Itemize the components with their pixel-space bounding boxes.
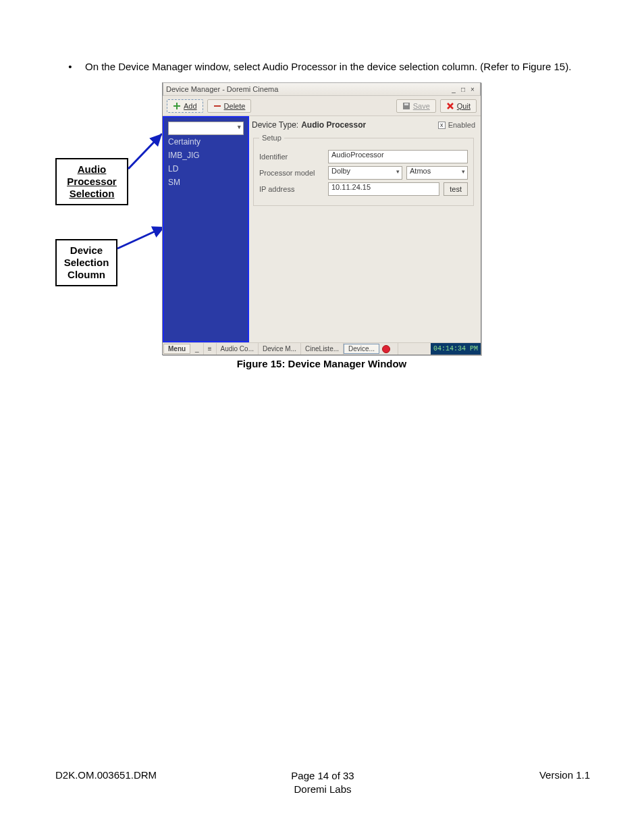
identifier-label: Identifier — [259, 153, 324, 161]
callout-audio-processor-selection: Audio Processor Selection — [55, 158, 128, 205]
svg-rect-4 — [404, 103, 408, 105]
model-select-2[interactable]: Atmos — [406, 166, 468, 180]
identifier-input[interactable]: AudioProcessor — [328, 150, 468, 163]
taskbar-item-cineliste[interactable]: CineListe... — [301, 343, 344, 355]
test-button[interactable]: test — [444, 182, 468, 196]
taskbar-separator: _ — [191, 343, 204, 355]
x-icon — [446, 102, 454, 110]
status-indicator-icon — [382, 345, 390, 353]
figure-caption: Figure 15: Device Manager Window — [162, 358, 481, 369]
delete-label: Delete — [224, 102, 246, 110]
taskbar-item-devicem[interactable]: Device M... — [259, 343, 301, 355]
sidebar-item-imb-jig[interactable]: IMB_JIG — [168, 149, 244, 162]
taskbar-item-audio[interactable]: Audio Co... — [217, 343, 259, 355]
taskbar-menu-button[interactable]: Menu — [163, 344, 190, 354]
page-body: • On the Device Manager window, select A… — [0, 0, 644, 366]
setup-legend: Setup — [259, 134, 284, 142]
svg-rect-2 — [214, 105, 221, 107]
callout-label: Device Selection Cloumn — [64, 244, 109, 280]
identifier-row: Identifier AudioProcessor — [259, 150, 468, 163]
sidebar-item-ld[interactable]: LD — [168, 162, 244, 176]
taskbar: Menu _ ≡ Audio Co... Device M... CineLis… — [163, 342, 481, 355]
device-manager-window: Device Manager - Doremi Cinema _ □ × Add… — [162, 82, 481, 355]
enabled-checkbox[interactable]: x — [438, 122, 446, 129]
main-pane: Device Type: Audio Processor x Enabled S… — [249, 116, 481, 342]
save-label: Save — [413, 102, 430, 110]
enabled-label: Enabled — [448, 121, 475, 129]
add-label: Add — [184, 102, 197, 110]
taskbar-spacer — [393, 343, 398, 355]
window-titlebar: Device Manager - Doremi Cinema _ □ × — [163, 82, 481, 96]
quit-button[interactable]: Quit — [440, 99, 477, 113]
plus-icon — [173, 102, 181, 110]
device-selection-column[interactable]: AudioProcessor Certainty IMB_JIG LD SM — [163, 116, 249, 342]
ip-row: IP address 10.11.24.15 test — [259, 182, 468, 196]
bullet-item: • On the Device Manager window, select A… — [55, 59, 590, 74]
device-type-row: Device Type: Audio Processor x Enabled — [252, 119, 475, 134]
setup-group: Setup Identifier AudioProcessor Processo… — [253, 134, 474, 206]
model-label: Processor model — [259, 169, 324, 177]
bullet-marker: • — [55, 59, 85, 74]
svg-line-0 — [128, 134, 162, 169]
footer-page: Page 14 of 33 — [291, 770, 354, 781]
minimize-button[interactable]: _ — [449, 84, 458, 94]
maximize-button[interactable]: □ — [458, 84, 468, 94]
taskbar-item-device[interactable]: Device... — [344, 344, 379, 354]
device-type-label: Device Type: — [252, 120, 298, 130]
callout-label: Audio Processor Selection — [67, 163, 116, 199]
bullet-text: On the Device Manager window, select Aud… — [85, 59, 590, 74]
footer-center: Page 14 of 33 Doremi Labs — [234, 769, 412, 796]
ip-label: IP address — [259, 185, 324, 193]
window-body: AudioProcessor Certainty IMB_JIG LD SM D… — [163, 116, 481, 342]
device-type-value: Audio Processor — [301, 120, 366, 130]
model-select-1[interactable]: Dolby — [328, 166, 402, 180]
taskbar-separator: ≡ — [204, 343, 217, 355]
sidebar-item-audioprocessor[interactable]: AudioProcessor — [168, 122, 244, 135]
sidebar-item-certainty[interactable]: Certainty — [168, 135, 244, 149]
ip-input[interactable]: 10.11.24.15 — [328, 182, 439, 196]
close-button[interactable]: × — [468, 84, 477, 94]
quit-label: Quit — [457, 102, 471, 110]
model-row: Processor model Dolby Atmos — [259, 166, 468, 180]
add-button[interactable]: Add — [167, 99, 203, 113]
callout-device-selection-column: Device Selection Cloumn — [55, 239, 117, 286]
figure-area: Audio Processor Selection Device Selecti… — [55, 82, 590, 366]
sidebar-item-sm[interactable]: SM — [168, 176, 244, 189]
footer-company: Doremi Labs — [294, 783, 351, 795]
footer-right: Version 1.1 — [412, 769, 590, 796]
window-title: Device Manager - Doremi Cinema — [166, 85, 278, 93]
svg-line-1 — [117, 227, 165, 249]
save-button[interactable]: Save — [396, 99, 436, 113]
delete-button[interactable]: Delete — [207, 99, 252, 113]
floppy-icon — [402, 102, 410, 110]
taskbar-clock: 04:14:34 PM — [431, 343, 481, 355]
toolbar: Add Delete Save Quit — [163, 96, 481, 116]
minus-icon — [213, 102, 221, 110]
page-footer: D2K.OM.003651.DRM Page 14 of 33 Doremi L… — [55, 769, 590, 796]
footer-left: D2K.OM.003651.DRM — [55, 769, 234, 796]
